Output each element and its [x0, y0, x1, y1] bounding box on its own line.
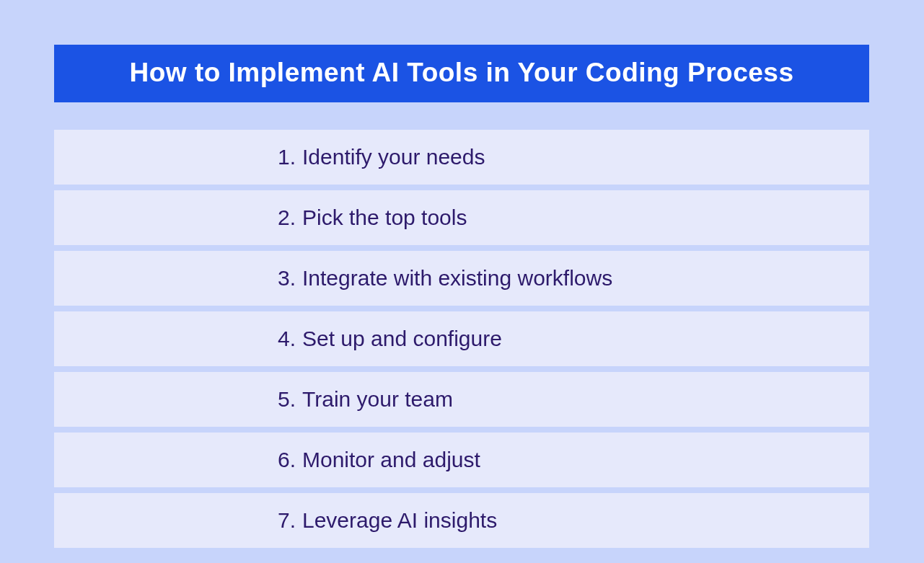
step-number: 6.	[278, 448, 302, 472]
step-text: Train your team	[302, 387, 453, 412]
step-number: 5.	[278, 387, 302, 412]
list-item: 3. Integrate with existing workflows	[54, 251, 869, 306]
list-item: 1. Identify your needs	[54, 130, 869, 185]
step-text: Integrate with existing workflows	[302, 266, 612, 291]
step-text: Monitor and adjust	[302, 448, 480, 472]
list-item: 6. Monitor and adjust	[54, 433, 869, 487]
list-item: 7. Leverage AI insights	[54, 493, 869, 548]
step-number: 2.	[278, 205, 302, 230]
card-title: How to Implement AI Tools in Your Coding…	[54, 45, 869, 102]
step-text: Pick the top tools	[302, 205, 467, 230]
steps-list: 1. Identify your needs 2. Pick the top t…	[54, 130, 869, 548]
step-number: 1.	[278, 145, 302, 169]
info-card: How to Implement AI Tools in Your Coding…	[54, 45, 869, 554]
step-text: Leverage AI insights	[302, 508, 497, 533]
step-text: Set up and configure	[302, 327, 502, 351]
list-item: 4. Set up and configure	[54, 311, 869, 366]
list-item: 2. Pick the top tools	[54, 190, 869, 245]
step-number: 3.	[278, 266, 302, 291]
step-number: 4.	[278, 327, 302, 351]
list-item: 5. Train your team	[54, 372, 869, 427]
step-text: Identify your needs	[302, 145, 485, 169]
step-number: 7.	[278, 508, 302, 533]
